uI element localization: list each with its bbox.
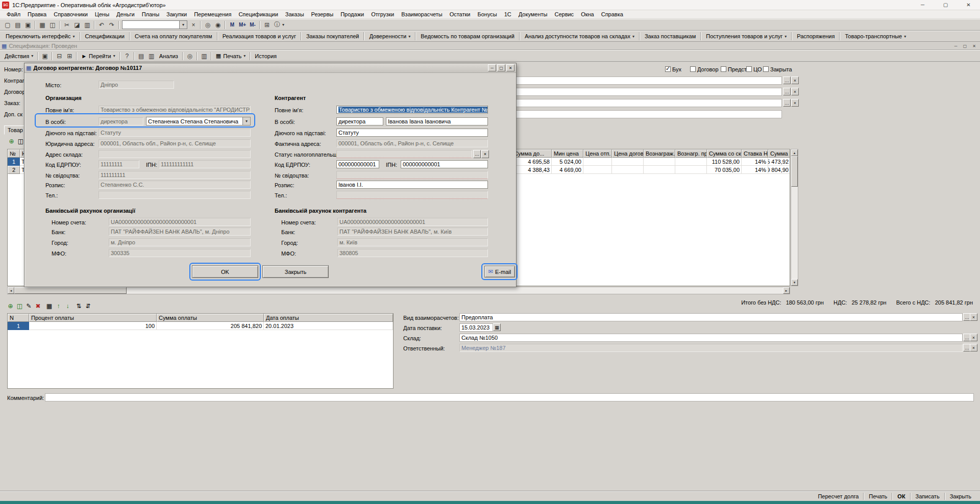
menu-file[interactable]: Файл bbox=[3, 10, 24, 18]
add-row-icon[interactable]: ⊕ bbox=[7, 137, 16, 145]
checkbox-tso[interactable]: ЦО bbox=[746, 66, 762, 72]
doc-restore-icon[interactable]: ▢ bbox=[961, 43, 969, 49]
calculator-icon[interactable]: ⊞ bbox=[262, 20, 272, 30]
help-icon[interactable]: ? bbox=[122, 51, 132, 61]
mutual-settlements-field[interactable]: Предоплата bbox=[459, 313, 963, 321]
menu-sales[interactable]: Продажи bbox=[337, 10, 368, 18]
close-icon[interactable]: ✕ bbox=[957, 0, 980, 10]
chevron-down-icon[interactable]: ▾ bbox=[242, 117, 250, 125]
scroll-down-icon[interactable]: ▼ bbox=[791, 279, 798, 286]
menu-service[interactable]: Сервис bbox=[551, 10, 577, 18]
vat-sum-cell[interactable]: 9 804,90 bbox=[768, 166, 790, 174]
row-number-cell[interactable]: 1 bbox=[8, 322, 29, 330]
menu-references[interactable]: Справочники bbox=[50, 10, 91, 18]
undo-icon[interactable]: ↶ bbox=[96, 20, 107, 30]
dialog-close-icon[interactable]: ✕ bbox=[506, 64, 514, 71]
voznagr-cell[interactable] bbox=[644, 158, 675, 166]
email-button[interactable]: ✉E-mail bbox=[484, 266, 515, 278]
clear-icon[interactable]: × bbox=[970, 313, 977, 321]
ellipsis-button[interactable]: … bbox=[783, 88, 791, 95]
zoom-icon[interactable]: ◎ bbox=[185, 51, 195, 61]
sort-desc-icon[interactable]: ⇵ bbox=[84, 302, 92, 310]
contr-edrpou-field[interactable]: 000000000001 bbox=[336, 160, 379, 168]
chevron-down-icon[interactable]: ▾ bbox=[179, 21, 187, 29]
supplier-order-button[interactable]: Заказ поставщикам bbox=[642, 32, 699, 41]
menu-balances[interactable]: Остатки bbox=[446, 10, 474, 18]
menu-edit[interactable]: Правка bbox=[24, 10, 50, 18]
sum-cell[interactable]: 205 841,820 bbox=[157, 322, 264, 330]
paste-icon[interactable]: ▥ bbox=[82, 20, 92, 30]
menu-plans[interactable]: Планы bbox=[138, 10, 163, 18]
tab-goods[interactable]: Товар bbox=[4, 125, 27, 135]
dialog-titlebar[interactable]: ▦ Договор контрагента: Договор №10117 ─ … bbox=[24, 63, 516, 73]
dialog-maximize-icon[interactable]: ▢ bbox=[497, 64, 505, 71]
date-cell[interactable]: 20.01.2023 bbox=[264, 322, 393, 330]
open-icon[interactable]: ▤ bbox=[13, 20, 23, 30]
clear-icon[interactable]: × bbox=[188, 20, 199, 30]
print-button[interactable]: ▦Печать▾ bbox=[213, 51, 248, 61]
waybills-button[interactable]: Товаро-транспортные▾ bbox=[842, 32, 909, 41]
memory-plus-icon[interactable]: M+ bbox=[237, 20, 248, 30]
payment-table[interactable]: N Процент оплаты Сумма оплаты Дата оплат… bbox=[7, 313, 394, 389]
cut-icon[interactable]: ✂ bbox=[62, 20, 72, 30]
comment-field[interactable] bbox=[45, 393, 974, 401]
maximize-icon[interactable]: ▢ bbox=[934, 0, 957, 10]
col-min-price[interactable]: Мин цена bbox=[552, 149, 583, 158]
row-number-cell[interactable]: 2 bbox=[8, 166, 20, 174]
goods-statement-button[interactable]: Ведомость по товарам организаций bbox=[418, 32, 518, 41]
clear-icon[interactable]: × bbox=[791, 99, 799, 107]
doc-minimize-icon[interactable]: ─ bbox=[951, 43, 960, 49]
copy-row-icon[interactable]: ◫ bbox=[15, 302, 24, 310]
save-icon[interactable]: ▣ bbox=[23, 20, 33, 30]
memory-icon[interactable]: M bbox=[227, 20, 237, 30]
checkbox-buh[interactable]: Бух bbox=[665, 66, 681, 72]
voznagr-pr-cell[interactable] bbox=[675, 158, 707, 166]
menu-prices[interactable]: Цены bbox=[91, 10, 113, 18]
price-otp-cell[interactable] bbox=[583, 166, 612, 174]
min-price-cell[interactable]: 4 669,00 bbox=[552, 166, 583, 174]
scroll-right-icon[interactable]: ► bbox=[783, 287, 790, 294]
min-price-cell[interactable]: 5 024,00 bbox=[552, 158, 583, 166]
ellipsis-button[interactable]: … bbox=[783, 99, 791, 107]
move-up-icon[interactable]: ↑ bbox=[54, 302, 63, 310]
vat-sum-cell[interactable]: 15 473,92 bbox=[768, 158, 790, 166]
minimize-icon[interactable]: ─ bbox=[911, 0, 934, 10]
contr-ipn-field[interactable]: 000000000001 bbox=[401, 160, 488, 168]
delivery-date-field[interactable]: 15.03.2023 bbox=[459, 323, 493, 332]
sum-disc-cell[interactable]: 110 528,00 bbox=[707, 158, 742, 166]
grid-icon[interactable]: ⊞ bbox=[64, 51, 75, 61]
table-settings-icon[interactable]: ▤ bbox=[136, 51, 146, 61]
col-vat-rate[interactable]: Ставка НДС bbox=[742, 149, 768, 158]
contr-person-field[interactable]: Іванова Івана Івановича bbox=[386, 117, 488, 125]
ok-button[interactable]: OK bbox=[192, 265, 258, 278]
menu-documents[interactable]: Документы bbox=[515, 10, 551, 18]
vat-rate-cell[interactable]: 14% bbox=[742, 158, 768, 166]
contr-fullname-field[interactable]: Товариство з обмеженою відповідальність … bbox=[336, 106, 488, 114]
col-price-otp[interactable]: Цена отп. bbox=[583, 149, 612, 158]
menu-specifications[interactable]: Спецификации bbox=[235, 10, 281, 18]
ok-button[interactable]: ОК bbox=[893, 492, 910, 500]
scrollbar-thumb[interactable] bbox=[791, 156, 798, 187]
new-icon[interactable]: ▢ bbox=[3, 20, 13, 30]
recalc-debt-button[interactable]: Пересчет долга bbox=[813, 492, 863, 500]
scroll-left-icon[interactable]: ◄ bbox=[8, 287, 14, 294]
col-voznagr[interactable]: Вознаграж... bbox=[644, 149, 675, 158]
report-icon[interactable]: ▥ bbox=[199, 51, 209, 61]
calendar-icon[interactable]: ▦ bbox=[493, 323, 501, 331]
price-dog-cell[interactable] bbox=[612, 158, 644, 166]
col-sum[interactable]: Сумма оплаты bbox=[157, 314, 264, 322]
col-vat-sum[interactable]: Сумма Н... bbox=[768, 149, 790, 158]
contr-certificate-field[interactable] bbox=[336, 171, 488, 179]
row-number-cell[interactable]: 1 bbox=[8, 158, 20, 166]
vat-rate-cell[interactable]: 14% bbox=[742, 166, 768, 174]
close-button[interactable]: Закрыть bbox=[945, 492, 976, 500]
analysis-button[interactable]: Анализ bbox=[157, 51, 181, 61]
print-button[interactable]: Печать bbox=[864, 492, 892, 500]
switch-interface-button[interactable]: Переключить интерфейс▾ bbox=[3, 32, 78, 41]
info-icon[interactable]: ⓘ bbox=[272, 20, 282, 30]
goto-button[interactable]: ►Перейти▾ bbox=[79, 51, 118, 61]
checkbox-predst[interactable]: Предст. bbox=[721, 66, 748, 72]
redo-icon[interactable]: ↷ bbox=[107, 20, 117, 30]
col-percent[interactable]: Процент оплаты bbox=[29, 314, 157, 322]
structure-icon[interactable]: ⊟ bbox=[54, 51, 64, 61]
